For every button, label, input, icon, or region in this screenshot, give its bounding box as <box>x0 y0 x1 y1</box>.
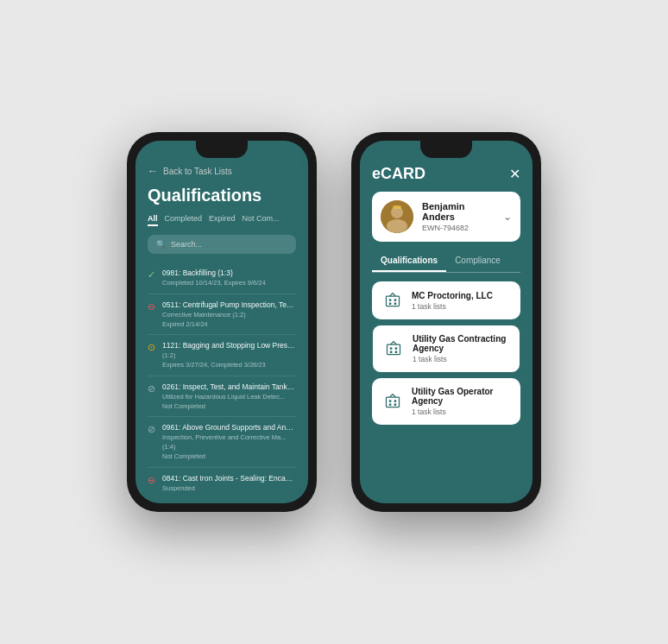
svg-rect-4 <box>387 296 400 306</box>
qual-item-detail: Expires 3/27/24, Completed 3/28/23 <box>162 361 296 369</box>
qual-item-name: 0511: Centrifugal Pump Inspection, Test.… <box>162 300 296 310</box>
svg-rect-6 <box>394 299 397 301</box>
avatar <box>381 200 413 233</box>
qual-item-text: 0511: Centrifugal Pump Inspection, Test.… <box>162 300 296 329</box>
ecard-title: eCARD <box>372 165 425 183</box>
agency-name: Utility Gas Contracting Agency <box>413 334 509 353</box>
svg-point-2 <box>387 219 407 233</box>
status-icon-not-completed: ⊘ <box>148 383 155 395</box>
status-icon-suspended: ⊖ <box>148 475 155 486</box>
qual-item-name: 0981: Backfilling (1:3) <box>162 268 296 278</box>
agency-tasks: 1 task lists <box>413 355 509 363</box>
qual-item-detail2: (1:2) <box>162 351 296 360</box>
svg-rect-9 <box>388 344 400 355</box>
tab-qualifications[interactable]: Qualifications <box>372 250 446 272</box>
qual-item-detail2: Inspection, Preventive and Corrective Ma… <box>162 433 296 442</box>
qual-item-0961[interactable]: ⊘ 0961: Above Ground Supports and Anch..… <box>148 417 296 467</box>
agency-name: MC Proctoring, LLC <box>412 291 510 300</box>
svg-rect-3 <box>393 205 401 209</box>
right-phone: eCARD ✕ Benjamin Anders EWN- <box>351 132 541 512</box>
qual-item-text: 0981: Backfilling (1:3) Completed 10/14/… <box>162 268 296 287</box>
building-icon <box>384 292 401 309</box>
status-icon-completed: ✓ <box>148 269 155 281</box>
ecard-tabs: Qualifications Compliance <box>372 250 520 273</box>
back-nav[interactable]: ← Back to Task Lists <box>148 165 296 177</box>
filter-tab-not-completed[interactable]: Not Com... <box>243 214 280 226</box>
svg-rect-17 <box>389 404 392 407</box>
status-icon-not-completed: ⊘ <box>148 424 155 435</box>
user-card[interactable]: Benjamin Anders EWN-794682 ⌄ <box>372 192 520 242</box>
avatar-svg <box>381 200 413 233</box>
agency-name: Utility Gas Operator Agency <box>412 387 510 406</box>
qual-item-detail: Expired 2/14/24 <box>162 320 296 329</box>
qual-item-detail2: Utilized for Hazardous Liquid Leak Detec… <box>162 393 296 401</box>
qual-item-detail2: Corrective Maintenance (1:2) <box>162 311 296 319</box>
qual-item-text: 0841: Cast Iron Joints - Sealing: Encaps… <box>162 474 296 491</box>
building-icon <box>385 340 402 357</box>
user-info: Benjamin Anders EWN-794682 <box>422 201 495 232</box>
qual-item-detail: Completed 10/14/23, Expires 9/6/24 <box>162 279 296 287</box>
agency-list: MC Proctoring, LLC 1 task lists <box>372 281 520 425</box>
close-button[interactable]: ✕ <box>509 166 520 182</box>
svg-rect-16 <box>394 400 397 402</box>
back-arrow-icon: ← <box>148 165 158 177</box>
filter-tab-all[interactable]: All <box>148 214 158 226</box>
svg-rect-13 <box>395 351 398 354</box>
agency-tasks: 1 task lists <box>412 407 510 416</box>
qual-item-0261[interactable]: ⊘ 0261: Inspect, Test, and Maintain Tank… <box>148 376 296 418</box>
qual-item-name: 1121: Bagging and Stopping Low Pressu... <box>162 341 296 350</box>
agency-item-utility-gas-contracting[interactable]: Utility Gas Contracting Agency 1 task li… <box>372 325 520 373</box>
qual-item-0841[interactable]: ⊖ 0841: Cast Iron Joints - Sealing: Enca… <box>148 468 296 491</box>
scene: ← Back to Task Lists Qualifications All … <box>0 0 668 644</box>
agency-icon <box>382 391 403 412</box>
qual-item-detail: Not Completed <box>162 402 296 411</box>
ecard-header: eCARD ✕ <box>372 165 520 183</box>
qual-item-name: 0261: Inspect, Test, and Maintain Tank C… <box>162 382 296 392</box>
tab-compliance[interactable]: Compliance <box>446 250 509 272</box>
qual-item-text: 0261: Inspect, Test, and Maintain Tank C… <box>162 382 296 411</box>
user-name: Benjamin Anders <box>422 201 495 222</box>
agency-item-mc-proctoring[interactable]: MC Proctoring, LLC 1 task lists <box>372 281 520 319</box>
svg-rect-8 <box>394 303 397 306</box>
search-placeholder: Search... <box>171 240 202 249</box>
notch <box>196 141 248 158</box>
qual-item-0981[interactable]: ✓ 0981: Backfilling (1:3) Completed 10/1… <box>148 262 296 294</box>
back-nav-label: Back to Task Lists <box>163 167 232 176</box>
svg-rect-5 <box>389 299 392 301</box>
status-icon-expired: ⊖ <box>148 301 155 313</box>
agency-info: MC Proctoring, LLC 1 task lists <box>412 291 510 311</box>
svg-rect-10 <box>390 347 393 350</box>
left-phone: ← Back to Task Lists Qualifications All … <box>127 132 317 512</box>
filter-tab-completed[interactable]: Completed <box>165 214 203 226</box>
filter-tabs: All Completed Expired Not Com... <box>148 214 296 226</box>
user-id: EWN-794682 <box>422 224 495 232</box>
svg-rect-15 <box>389 400 392 402</box>
chevron-down-icon[interactable]: ⌄ <box>503 211 512 223</box>
agency-icon <box>382 290 403 311</box>
svg-rect-18 <box>394 404 397 407</box>
filter-tab-expired[interactable]: Expired <box>209 214 236 226</box>
svg-rect-12 <box>390 351 393 354</box>
building-icon <box>384 393 401 410</box>
search-bar[interactable]: 🔍 Search... <box>148 235 296 254</box>
notch <box>420 141 472 158</box>
qual-item-detail: Not Completed <box>162 452 296 461</box>
qual-item-1121[interactable]: ⊙ 1121: Bagging and Stopping Low Pressu.… <box>148 335 296 376</box>
qual-item-detail: Suspended <box>162 484 296 491</box>
agency-icon <box>383 338 404 359</box>
agency-info: Utility Gas Operator Agency 1 task lists <box>412 387 510 416</box>
qual-item-text: 0961: Above Ground Supports and Anch... … <box>162 423 296 460</box>
qual-item-0511[interactable]: ⊖ 0511: Centrifugal Pump Inspection, Tes… <box>148 294 296 336</box>
agency-info: Utility Gas Contracting Agency 1 task li… <box>413 334 509 363</box>
svg-rect-7 <box>389 303 392 306</box>
qual-item-text: 1121: Bagging and Stopping Low Pressu...… <box>162 341 296 369</box>
agency-tasks: 1 task lists <box>412 302 510 311</box>
qual-item-detail3: (1:4) <box>162 443 296 451</box>
agency-item-utility-gas-operator[interactable]: Utility Gas Operator Agency 1 task lists <box>372 378 520 425</box>
svg-rect-14 <box>387 397 400 407</box>
svg-rect-11 <box>395 347 398 350</box>
qual-item-name: 0841: Cast Iron Joints - Sealing: Encaps… <box>162 474 296 483</box>
qual-item-name: 0961: Above Ground Supports and Anch... <box>162 423 296 432</box>
qualifications-title: Qualifications <box>148 186 296 205</box>
status-icon-expiring: ⊙ <box>148 342 155 353</box>
